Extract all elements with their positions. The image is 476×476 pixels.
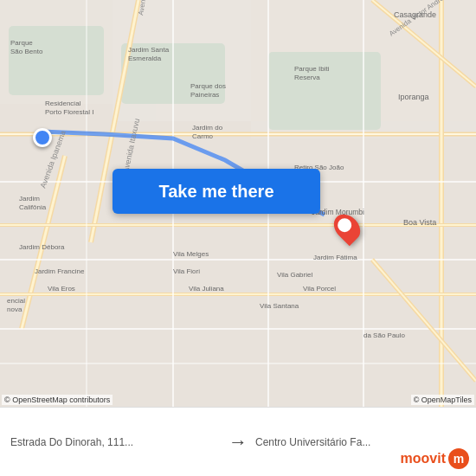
label-encial: encial — [7, 297, 25, 305]
bottom-bar: Estrada Do Dinorah, 111... → Centro Univ… — [0, 407, 476, 476]
map-container: Avenida Ipanema Avenida Itaxuvu Avenida … — [0, 0, 476, 407]
label-residencial: Residencial — [45, 100, 81, 107]
label-jardim-santa: Jardim Santa — [128, 46, 170, 54]
route-from: Estrada Do Dinorah, 111... — [10, 436, 221, 448]
label-debora: Jardim Débora — [19, 243, 65, 251]
label-jardim-carmo2: Carmo — [192, 132, 214, 140]
moovit-text: moovit — [401, 451, 446, 466]
label-melges: Vila Melges — [173, 250, 209, 258]
label-fatima: Jardim Fátima — [313, 254, 357, 261]
map-attribution: © OpenStreetMap contributors — [2, 395, 113, 405]
label-santana: Vila Santana — [260, 302, 299, 310]
label-parque-sao-bento: Parque — [10, 39, 33, 47]
label-juliana: Vila Juliana — [189, 285, 224, 293]
label-california: Jardim — [19, 195, 40, 203]
label-california2: Califônia — [19, 203, 47, 211]
label-parque-paineiras2: Paineiras — [190, 91, 219, 99]
label-nova: nova — [7, 306, 23, 313]
moovit-icon: m — [448, 448, 469, 469]
label-parque-sao-bento2: São Bento — [10, 48, 43, 55]
label-jardim-esmeralda: Esmeralda — [128, 55, 162, 62]
label-fiori: Vila Fiori — [173, 267, 200, 275]
label-parque-paineiras: Parque dos — [190, 82, 226, 90]
take-me-there-button[interactable]: Take me there — [113, 169, 320, 214]
moovit-logo: moovit m — [401, 448, 469, 469]
label-gabriel: Vila Gabriel — [277, 271, 312, 279]
route-from-label: Estrada Do Dinorah, 111... — [10, 436, 221, 448]
svg-rect-6 — [9, 26, 104, 95]
label-eros: Vila Eros — [48, 285, 75, 293]
origin-marker — [33, 128, 52, 147]
label-boa-vista: Boa Vista — [403, 218, 436, 227]
route-arrow-icon: → — [221, 431, 255, 453]
label-iporanga: Iporanga — [398, 93, 429, 101]
label-porcel: Vila Porcel — [303, 285, 336, 293]
label-sao-paulo: da São Paulo — [363, 331, 406, 339]
label-parque-ibiti2: Reserva — [294, 74, 320, 81]
label-francine: Jardim Francine — [35, 267, 85, 275]
label-casagrande: Casagrande — [394, 10, 436, 19]
route-to-label: Centro Universitário Fa... — [255, 436, 466, 448]
label-parque-ibiti: Parque Ibiti — [294, 65, 330, 73]
route-to: Centro Universitário Fa... — [255, 436, 466, 448]
openmaptiles-attribution: © OpenMapTiles — [411, 395, 474, 405]
label-jardim-carmo: Jardim do — [192, 124, 223, 132]
label-florestal: Porto Florestal I — [45, 108, 93, 116]
